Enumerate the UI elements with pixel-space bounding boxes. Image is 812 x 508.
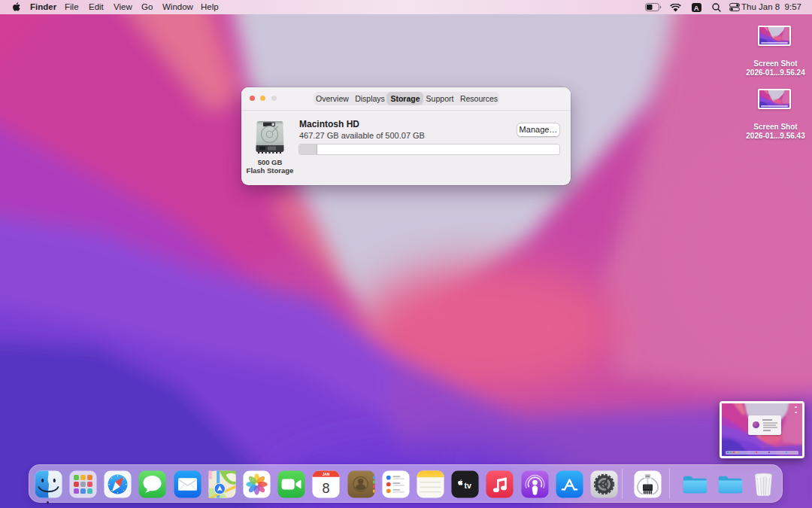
svg-text:JAN: JAN (323, 472, 330, 476)
svg-text:8: 8 (323, 480, 330, 495)
svg-text:tv: tv (465, 480, 472, 489)
